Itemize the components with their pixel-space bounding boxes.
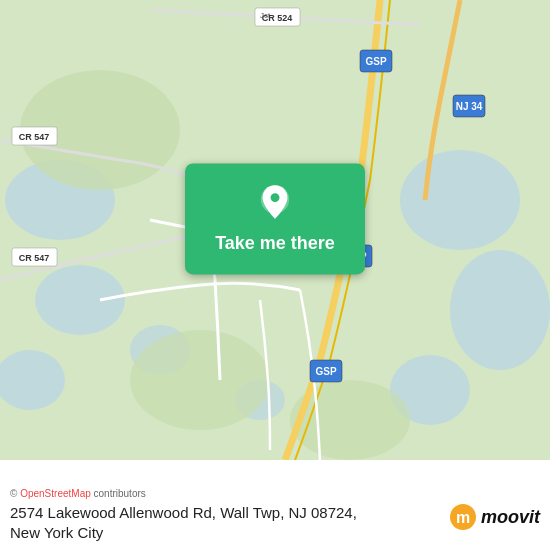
address-line1: 2574 Lakewood Allenwood Rd, Wall Twp, NJ… (10, 504, 357, 521)
address-row: 2574 Lakewood Allenwood Rd, Wall Twp, NJ… (10, 503, 540, 542)
take-me-there-label: Take me there (215, 233, 335, 254)
svg-point-2 (0, 350, 65, 410)
svg-text:CR 547: CR 547 (19, 253, 50, 263)
moovit-text-label: moovit (481, 507, 540, 528)
copyright-symbol: © (10, 488, 17, 499)
moovit-m-icon: m (449, 503, 477, 531)
svg-point-10 (130, 330, 270, 430)
svg-text:GSP: GSP (365, 56, 386, 67)
svg-point-28 (271, 193, 280, 202)
svg-text:Jct: Jct (260, 11, 271, 20)
osm-contributors: contributors (94, 488, 146, 499)
svg-point-1 (35, 265, 125, 335)
moovit-logo: m moovit (449, 503, 540, 531)
address-line2: New York City (10, 524, 103, 541)
info-bar: © OpenStreetMap contributors 2574 Lakewo… (0, 460, 550, 550)
svg-text:GSP: GSP (315, 366, 336, 377)
svg-point-3 (400, 150, 520, 250)
svg-text:m: m (456, 509, 470, 526)
svg-point-4 (450, 250, 550, 370)
location-pin-icon (255, 183, 295, 223)
svg-text:NJ 34: NJ 34 (456, 101, 483, 112)
svg-text:CR 547: CR 547 (19, 132, 50, 142)
osm-link[interactable]: OpenStreetMap (20, 488, 91, 499)
address-text: 2574 Lakewood Allenwood Rd, Wall Twp, NJ… (10, 503, 441, 542)
osm-credit: © OpenStreetMap contributors (10, 488, 540, 499)
map-container: CR 547 CR 524 CR 547 GSP NJ 34 GSP GSP J… (0, 0, 550, 460)
take-me-there-button[interactable]: Take me there (185, 163, 365, 274)
